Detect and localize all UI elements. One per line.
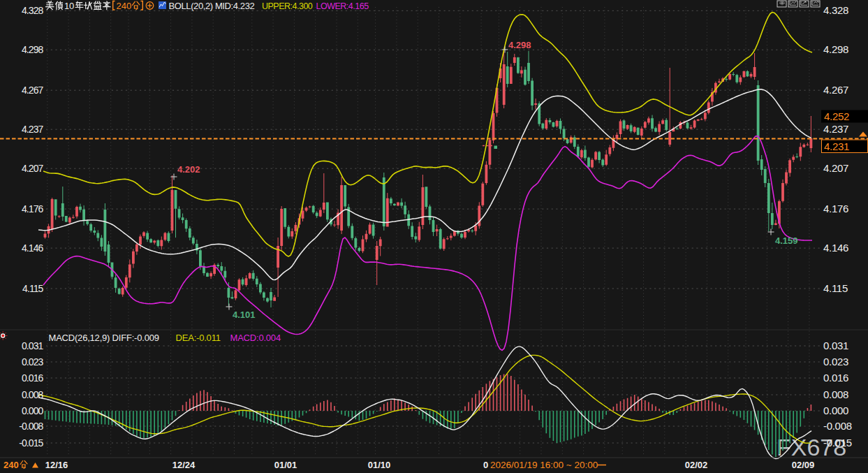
svg-text:BOLL(20,2) MID:4.232: BOLL(20,2) MID:4.232 <box>169 1 255 11</box>
svg-text:4.101: 4.101 <box>233 310 256 320</box>
svg-text:4.115: 4.115 <box>22 283 44 294</box>
svg-text:4.328: 4.328 <box>22 5 44 16</box>
svg-text:MACD:0.004: MACD:0.004 <box>230 333 281 343</box>
svg-text:12/24: 12/24 <box>172 460 196 470</box>
svg-text:4.115: 4.115 <box>823 282 848 294</box>
svg-text:4.159: 4.159 <box>775 235 798 246</box>
svg-text:4.298: 4.298 <box>22 44 44 55</box>
svg-text:LOWER:4.165: LOWER:4.165 <box>316 1 369 11</box>
svg-text:0.000: 0.000 <box>823 405 848 416</box>
svg-text:4.146: 4.146 <box>823 242 848 254</box>
svg-text:4.267: 4.267 <box>823 84 848 96</box>
svg-text:0: 0 <box>483 460 488 470</box>
svg-text:4.328: 4.328 <box>823 4 848 16</box>
svg-text:0.031: 0.031 <box>823 340 848 351</box>
svg-text:4.252: 4.252 <box>824 110 849 122</box>
svg-text:240: 240 <box>117 1 132 11</box>
svg-text:240: 240 <box>3 460 19 470</box>
svg-text:01/10: 01/10 <box>368 460 391 470</box>
svg-text:4.176: 4.176 <box>823 203 848 214</box>
svg-text:UPPER:4.300: UPPER:4.300 <box>262 1 313 11</box>
svg-text:12/16: 12/16 <box>45 460 68 470</box>
svg-text:4.267: 4.267 <box>22 85 44 96</box>
svg-text:4.298: 4.298 <box>508 40 531 50</box>
svg-text:4.298: 4.298 <box>823 43 848 55</box>
svg-text:01/01: 01/01 <box>274 460 297 470</box>
svg-text:0.031: 0.031 <box>22 340 44 351</box>
svg-text:4.202: 4.202 <box>177 164 200 175</box>
svg-text:2026/01/19 16:00 ~ 20:00: 2026/01/19 16:00 ~ 20:00 <box>490 460 598 470</box>
svg-text:4.231: 4.231 <box>824 140 849 152</box>
svg-text:0.016: 0.016 <box>823 372 848 384</box>
svg-text:02/09: 02/09 <box>792 460 815 470</box>
svg-text:4.146: 4.146 <box>22 242 44 254</box>
svg-text:-0.008: -0.008 <box>19 421 43 432</box>
svg-text:-0.015: -0.015 <box>19 437 43 449</box>
svg-text:4.176: 4.176 <box>22 203 44 214</box>
svg-text:0.008: 0.008 <box>823 388 848 400</box>
svg-text:-0.015: -0.015 <box>823 437 852 449</box>
svg-text:0.023: 0.023 <box>22 356 44 368</box>
svg-text:4.207: 4.207 <box>22 163 44 174</box>
svg-text:DEA:-0.011: DEA:-0.011 <box>176 333 221 343</box>
svg-text:-0.008: -0.008 <box>823 420 852 432</box>
svg-text:4.207: 4.207 <box>823 162 848 174</box>
svg-text:0.000: 0.000 <box>22 405 44 416</box>
svg-text:10: 10 <box>64 1 74 11</box>
svg-text:0.023: 0.023 <box>823 356 848 368</box>
svg-text:0.008: 0.008 <box>22 389 44 400</box>
svg-text:4.237: 4.237 <box>823 123 848 135</box>
svg-text:0.016: 0.016 <box>22 372 44 384</box>
svg-text:MACD(26,12,9) DIFF:-0.009: MACD(26,12,9) DIFF:-0.009 <box>49 333 159 343</box>
svg-text:4.237: 4.237 <box>22 124 44 135</box>
svg-text:02/02: 02/02 <box>685 460 708 470</box>
